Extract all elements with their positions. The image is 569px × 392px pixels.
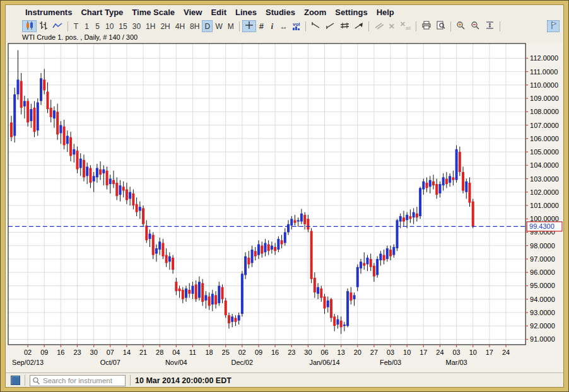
timeframe-button-1h[interactable]: 1H xyxy=(143,20,158,32)
svg-text:108.0000: 108.0000 xyxy=(530,108,559,115)
instrument-grid-button[interactable] xyxy=(11,376,20,385)
timeframe-button-15[interactable]: 15 xyxy=(116,20,129,32)
svg-text:Jan/06/14: Jan/06/14 xyxy=(309,359,339,366)
svg-text:109.0000: 109.0000 xyxy=(530,95,559,102)
delete-line-button[interactable]: ✕ xyxy=(386,20,397,32)
pointer-arrow-icon xyxy=(355,21,363,32)
svg-text:91.0000: 91.0000 xyxy=(530,335,555,343)
trendline-down-button[interactable] xyxy=(308,20,323,32)
trendline-down-icon xyxy=(311,21,320,32)
menu-item-instruments[interactable]: Instruments xyxy=(21,7,76,18)
parallel-channel-button[interactable] xyxy=(337,20,352,32)
svg-text:18: 18 xyxy=(205,349,213,356)
delete-all-lines-button[interactable]: ✕all xyxy=(397,20,413,32)
period-button-m[interactable]: M xyxy=(225,20,237,32)
toolbar: T151015301H2H4H8H DWM # i ↔ vol xyxy=(6,19,563,33)
svg-text:17: 17 xyxy=(486,349,493,356)
menu-item-chart-type[interactable]: Chart Type xyxy=(76,7,127,18)
svg-text:101.0000: 101.0000 xyxy=(530,202,559,209)
zoom-out-icon xyxy=(471,21,480,32)
chart-region[interactable]: 91.000092.000093.000094.000095.000096.00… xyxy=(6,42,563,372)
print-preview-icon xyxy=(436,21,445,32)
last-update-timestamp: 10 Mar 2014 20:00:00 EDT xyxy=(135,376,232,385)
app-window: InstrumentsChart TypeTime ScaleViewEditL… xyxy=(0,0,569,392)
menu-item-zoom[interactable]: Zoom xyxy=(300,7,331,18)
statusbar-separator xyxy=(130,375,131,386)
svg-text:Oct/07: Oct/07 xyxy=(100,359,120,366)
period-buttons: DWM xyxy=(202,20,236,32)
period-button-w[interactable]: W xyxy=(213,20,225,32)
svg-text:14: 14 xyxy=(123,349,131,356)
ohlc-bars-icon xyxy=(39,21,47,32)
svg-text:27: 27 xyxy=(370,349,378,356)
print-button[interactable] xyxy=(419,20,433,32)
svg-text:Nov/04: Nov/04 xyxy=(165,359,187,366)
toolbar-separator xyxy=(368,21,369,32)
svg-text:03: 03 xyxy=(387,349,394,356)
search-box xyxy=(30,374,126,386)
svg-text:24: 24 xyxy=(436,349,443,356)
volume-button[interactable]: vol xyxy=(290,20,303,32)
period-button-d[interactable]: D xyxy=(202,20,213,32)
svg-text:10: 10 xyxy=(403,349,411,356)
pin-window-button[interactable] xyxy=(547,20,560,32)
expand-horizontal-icon: ↔ xyxy=(280,22,288,31)
line-chart-button[interactable] xyxy=(50,20,65,32)
print-preview-button[interactable] xyxy=(433,20,448,32)
candlestick-chart[interactable]: 91.000092.000093.000094.000095.000096.00… xyxy=(6,42,563,372)
svg-text:97.0000: 97.0000 xyxy=(530,255,555,263)
svg-text:104.0000: 104.0000 xyxy=(530,161,559,169)
svg-text:Sep/02/13: Sep/02/13 xyxy=(12,359,44,366)
line-chart-icon xyxy=(52,21,62,32)
parallel-lines-button[interactable] xyxy=(372,20,386,32)
timeframe-button-10[interactable]: 10 xyxy=(103,20,116,32)
svg-text:28: 28 xyxy=(156,349,163,356)
fit-vertical-button[interactable] xyxy=(483,20,497,32)
search-input[interactable] xyxy=(30,375,126,386)
svg-text:25: 25 xyxy=(222,349,230,356)
timeframe-button-1[interactable]: 1 xyxy=(81,20,92,32)
zoom-in-button[interactable] xyxy=(454,20,468,32)
ohlc-bars-chart-button[interactable] xyxy=(37,20,50,32)
menu-item-edit[interactable]: Edit xyxy=(206,7,231,18)
svg-text:Feb/03: Feb/03 xyxy=(380,359,401,366)
svg-text:95.0000: 95.0000 xyxy=(530,282,555,289)
timeframe-buttons: T151015301H2H4H8H xyxy=(71,20,202,32)
timeframe-button-2h[interactable]: 2H xyxy=(158,20,172,32)
svg-text:30: 30 xyxy=(90,349,98,356)
svg-text:02: 02 xyxy=(238,349,246,356)
pointer-tool-button[interactable] xyxy=(352,20,366,32)
zoom-out-button[interactable] xyxy=(468,20,483,32)
timeframe-button-4h[interactable]: 4H xyxy=(173,20,187,32)
toolbar-separator xyxy=(500,21,500,32)
svg-text:98.0000: 98.0000 xyxy=(530,242,555,250)
timeframe-button-5[interactable]: 5 xyxy=(92,20,103,32)
svg-text:09: 09 xyxy=(255,349,262,356)
menu-item-view[interactable]: View xyxy=(179,7,206,18)
candlestick-chart-button[interactable] xyxy=(22,20,37,32)
svg-text:02: 02 xyxy=(24,349,32,356)
svg-text:112.0000: 112.0000 xyxy=(530,54,558,62)
timeframe-button-t[interactable]: T xyxy=(71,20,81,32)
volume-icon: vol xyxy=(293,23,300,30)
grid-toggle-button[interactable]: # xyxy=(256,20,267,32)
crosshair-icon xyxy=(245,21,254,32)
toolbar-separator xyxy=(239,21,240,32)
menu-item-settings[interactable]: Settings xyxy=(331,7,372,18)
menu-item-lines[interactable]: Lines xyxy=(231,7,261,18)
svg-text:102.0000: 102.0000 xyxy=(530,188,559,196)
timeframe-button-30[interactable]: 30 xyxy=(130,20,143,32)
statusbar-separator xyxy=(25,375,25,386)
svg-text:06: 06 xyxy=(320,349,328,356)
svg-text:96.0000: 96.0000 xyxy=(530,268,555,276)
timeframe-button-8h[interactable]: 8H xyxy=(187,20,202,32)
menu-item-help[interactable]: Help xyxy=(372,7,399,18)
menu-item-time-scale[interactable]: Time Scale xyxy=(127,7,179,18)
svg-text:24: 24 xyxy=(502,349,510,356)
crosshair-button[interactable] xyxy=(242,20,256,32)
window-content: InstrumentsChart TypeTime ScaleViewEditL… xyxy=(5,4,564,388)
menu-item-studies[interactable]: Studies xyxy=(261,7,300,18)
info-button[interactable]: i xyxy=(267,20,278,32)
expand-horizontal-button[interactable]: ↔ xyxy=(278,20,290,32)
trendline-up-button[interactable] xyxy=(323,20,337,32)
